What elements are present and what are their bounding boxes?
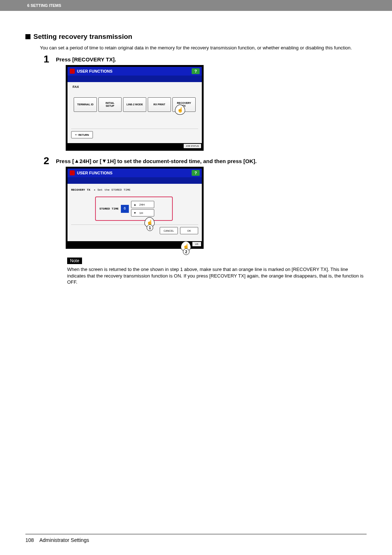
section-title: Setting recovery transmission xyxy=(25,33,367,41)
bullet-square-icon xyxy=(25,34,30,39)
increment-24h-button[interactable]: ▲ 24H xyxy=(131,201,154,208)
panel1-header: USER FUNCTIONS ? xyxy=(68,67,202,76)
job-status-button[interactable]: JOB STATUS xyxy=(184,144,201,148)
s2-midA: 24H] or [ xyxy=(79,158,102,164)
callout-badge-1: 1 xyxy=(147,224,153,231)
triangle-up-icon: ▲ xyxy=(134,203,136,206)
decrement-1h-button[interactable]: ▼ 1H xyxy=(131,209,154,216)
recovery-tx-label: RECOVERY TX xyxy=(71,188,90,191)
return-button[interactable]: ⭠ RETURN xyxy=(71,131,93,138)
s2-prefix: Press [ xyxy=(56,158,74,164)
help-button[interactable]: ? xyxy=(192,68,200,74)
down-label: 1H xyxy=(139,211,143,215)
callout-badge-2: 2 xyxy=(183,248,189,255)
us-button[interactable]: US xyxy=(192,242,201,246)
tools-icon xyxy=(70,170,75,175)
step-1-number: 1 xyxy=(44,54,54,64)
step-2-text: Press [▲24H] or [▼1H] to set the documen… xyxy=(56,156,257,166)
step-2: 2 Press [▲24H] or [▼1H] to set the docum… xyxy=(44,156,367,166)
stored-time-value: 6 xyxy=(121,205,129,213)
stored-time-group: STORED TIME 6 ▲ 24H ▼ 1H xyxy=(95,197,173,221)
initial-setup-button[interactable]: INITIAL SETUP xyxy=(98,97,122,112)
fax-tab[interactable]: FAX xyxy=(71,85,198,89)
section-title-text: Setting recovery transmission xyxy=(33,33,132,41)
rx-print-button[interactable]: RX PRINT xyxy=(148,97,171,112)
terminal-id-button[interactable]: TERMINAL ID xyxy=(74,97,97,112)
return-label: RETURN xyxy=(78,134,89,136)
help-button[interactable]: ? xyxy=(192,170,200,176)
triangle-up-icon: ▲ xyxy=(74,158,79,164)
s2-suffix: 1H] to set the document-stored time, and… xyxy=(107,158,257,164)
panel2-header: USER FUNCTIONS ? xyxy=(68,169,202,177)
triangle-down-icon: ▼ xyxy=(102,158,107,164)
note-text: When the screen is returned to the one s… xyxy=(67,266,367,285)
return-arrow-icon: ⭠ xyxy=(75,134,78,136)
chapter-title: 6 SETTING ITEMS xyxy=(0,3,61,8)
step-2-number: 2 xyxy=(44,156,54,166)
recovery-tx-button[interactable]: RECOVERY TX xyxy=(172,97,196,112)
step-1: 1 Press [RECOVERY TX]. xyxy=(44,54,367,64)
tools-icon xyxy=(70,69,75,74)
panel2-title: USER FUNCTIONS xyxy=(77,171,113,175)
prompt-text: ▸ Set the STORED TIME xyxy=(94,188,131,191)
ok-button[interactable]: OK xyxy=(180,227,198,234)
stored-time-label: STORED TIME xyxy=(99,207,119,210)
panel1-subheader xyxy=(68,76,202,82)
up-label: 24H xyxy=(139,203,145,206)
step-1-text: Press [RECOVERY TX]. xyxy=(56,54,116,64)
triangle-down-icon: ▼ xyxy=(134,211,136,215)
line2-mode-button[interactable]: LINE-2 MODE xyxy=(123,97,146,112)
screenshot-panel-2: USER FUNCTIONS ? RECOVERY TX ▸ Set the S… xyxy=(67,168,202,247)
section-intro: You can set a period of time to retain o… xyxy=(40,45,367,50)
panel1-title: USER FUNCTIONS xyxy=(77,69,113,73)
note-label: Note xyxy=(67,258,82,264)
chapter-header: 6 SETTING ITEMS xyxy=(0,0,392,11)
panel2-subheader xyxy=(68,177,202,184)
cancel-button[interactable]: CANCEL xyxy=(160,227,178,234)
screenshot-panel-1: USER FUNCTIONS ? FAX TERMINAL ID INITIAL… xyxy=(67,66,202,149)
